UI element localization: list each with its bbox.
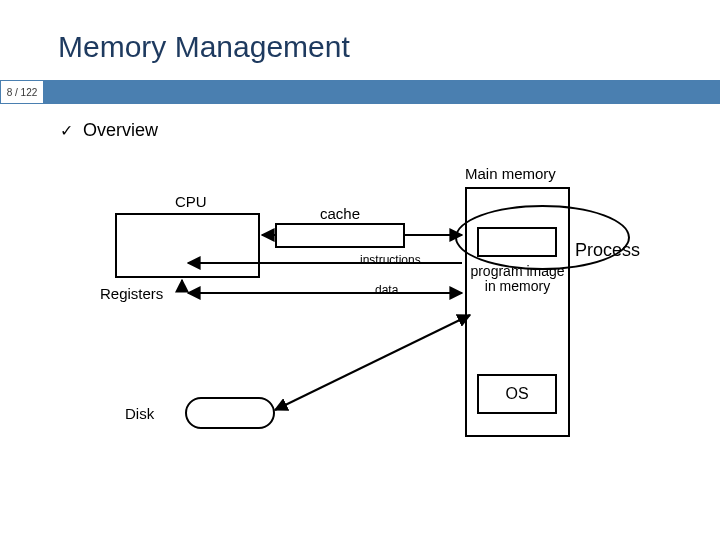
page-bar (0, 80, 720, 104)
box-os: OS (477, 374, 557, 414)
label-registers: Registers (100, 285, 163, 302)
slide: Memory Management 8 / 122 ✓ Overview Mai… (0, 0, 720, 540)
slide-title: Memory Management (58, 30, 350, 64)
memory-diagram: Main memory program image in memory OS P… (70, 165, 670, 485)
page-number: 8 / 122 (0, 80, 44, 104)
label-cpu: CPU (175, 193, 207, 210)
label-disk: Disk (125, 405, 154, 422)
svg-line-5 (275, 315, 470, 410)
bullet-text: Overview (83, 120, 158, 141)
checkmark-icon: ✓ (60, 121, 73, 140)
ellipse-process (455, 205, 630, 270)
label-main-memory: Main memory (465, 165, 556, 182)
box-disk (185, 397, 275, 429)
label-data: data (375, 283, 398, 297)
label-instructions: instructions (360, 253, 421, 267)
bullet-overview: ✓ Overview (60, 120, 158, 141)
label-os: OS (505, 385, 528, 403)
box-cpu (115, 213, 260, 278)
box-cache (275, 223, 405, 248)
label-cache: cache (320, 205, 360, 222)
